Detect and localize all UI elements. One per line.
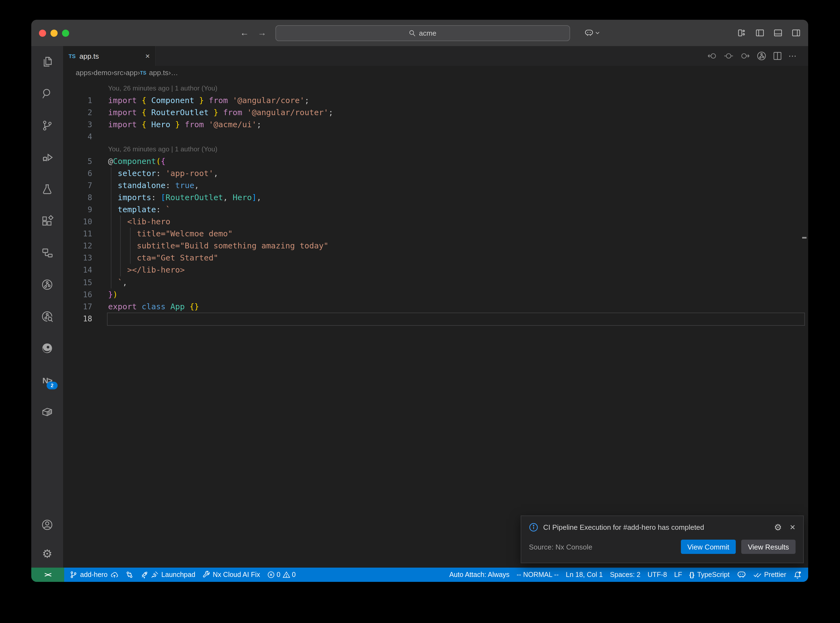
breadcrumb-item[interactable]: apps [76, 69, 91, 77]
editor-actions: ⋯ [707, 46, 808, 66]
toggle-panel-icon[interactable] [774, 29, 782, 37]
breadcrumb-item[interactable]: demo [94, 69, 111, 77]
code-line[interactable]: 18 [63, 313, 808, 325]
launchpad-status[interactable]: Launchpad [140, 571, 195, 578]
traffic-lights [31, 29, 69, 37]
vim-mode-status[interactable]: -- NORMAL -- [517, 571, 559, 578]
copilot-menu-button[interactable] [584, 29, 599, 37]
breadcrumb-item[interactable]: src [114, 69, 123, 77]
code-line[interactable]: 1import { Component } from '@angular/cor… [63, 94, 808, 106]
back-icon[interactable]: ← [240, 29, 249, 37]
breadcrumb-separator-icon: › [111, 69, 114, 77]
sidebar-item-containers[interactable] [31, 396, 63, 428]
customize-layout-icon[interactable] [737, 29, 746, 37]
code-line[interactable]: 7 standalone: true, [63, 180, 808, 192]
code-line[interactable]: 11 title="Welcmoe demo" [63, 228, 808, 239]
code-line[interactable]: 13 cta="Get Started" [63, 252, 808, 264]
code-line[interactable]: 4 [63, 131, 808, 143]
more-actions-icon[interactable]: ⋯ [788, 51, 797, 61]
toggle-secondary-sidebar-icon[interactable] [792, 29, 800, 37]
notification-close-icon[interactable]: ✕ [789, 524, 795, 531]
breadcrumb-separator-icon: › [91, 69, 94, 77]
line-number: 6 [63, 169, 92, 177]
code-line[interactable]: 15 `, [63, 276, 808, 288]
copilot-status[interactable] [737, 571, 746, 578]
language-mode-status[interactable]: {} TypeScript [690, 571, 730, 578]
close-window-button[interactable] [39, 29, 46, 37]
minimize-window-button[interactable] [51, 29, 58, 37]
notification-toast: CI Pipeline Execution for #add-hero has … [521, 516, 804, 563]
notification-title: CI Pipeline Execution for #add-hero has … [543, 523, 769, 531]
code-editor[interactable]: You, 26 minutes ago | 1 author (You)1imp… [63, 80, 808, 568]
sidebar-item-search[interactable] [31, 78, 63, 110]
breadcrumb-item[interactable]: TSapp.ts [140, 69, 169, 77]
line-number: 10 [63, 217, 92, 226]
chevron-down-icon [595, 31, 599, 35]
tab-app-ts[interactable]: TS app.ts × [63, 46, 156, 66]
screen: ← → acme [0, 0, 840, 623]
code-line[interactable]: 9 template: ` [63, 204, 808, 216]
view-commit-button[interactable]: View Commit [681, 540, 736, 554]
sidebar-item-run-debug[interactable] [31, 141, 63, 173]
sidebar-item-gitlens-inspect[interactable] [31, 301, 63, 332]
warning-icon [283, 571, 290, 578]
cursor-position-status[interactable]: Ln 18, Col 1 [566, 571, 603, 578]
code-line[interactable]: 10 <lib-hero [63, 216, 808, 228]
code-line[interactable]: 16}) [63, 288, 808, 300]
sidebar-item-source-control[interactable] [31, 110, 63, 141]
line-number: 16 [63, 290, 92, 299]
code-line[interactable]: 8 imports: [RouterOutlet, Hero], [63, 192, 808, 204]
notifications-status[interactable] [793, 571, 802, 579]
code-line[interactable]: 3import { Hero } from '@acme/ui'; [63, 119, 808, 131]
vscode-window: ← → acme [31, 20, 808, 582]
breadcrumb-item[interactable]: app [126, 69, 137, 77]
close-tab-icon[interactable]: × [145, 52, 150, 60]
code-line[interactable]: 17export class App {} [63, 300, 808, 312]
previous-change-icon[interactable] [707, 52, 717, 60]
command-center-search[interactable]: acme [275, 25, 570, 41]
project-graph-icon [41, 246, 54, 259]
forward-icon[interactable]: → [258, 29, 266, 37]
notification-settings-icon[interactable]: ⚙ [774, 523, 782, 532]
nx-cloud-status[interactable]: Nx Cloud AI Fix [203, 571, 260, 578]
sidebar-item-testing[interactable] [31, 173, 63, 205]
gitlens-icon [41, 278, 54, 291]
sidebar-item-browser-swirl[interactable] [31, 332, 63, 364]
problems-status[interactable]: 0 0 [267, 571, 296, 578]
code-line[interactable]: 12 subtitle="Build something amazing tod… [63, 239, 808, 252]
git-compare-icon [126, 571, 133, 578]
line-number: 9 [63, 205, 92, 214]
sidebar-item-extensions[interactable] [31, 205, 63, 237]
sidebar-item-explorer[interactable] [31, 46, 63, 78]
code-line[interactable]: 5@Component({ [63, 155, 808, 167]
toggle-primary-sidebar-icon[interactable] [756, 29, 764, 37]
view-results-button[interactable]: View Results [741, 540, 795, 554]
zoom-window-button[interactable] [62, 29, 69, 37]
changes-icon[interactable] [724, 52, 734, 60]
next-change-icon[interactable] [740, 52, 750, 60]
commit-graph-icon[interactable] [757, 51, 766, 61]
browser-swirl-icon [41, 342, 54, 355]
code-line[interactable]: 2import { RouterOutlet } from '@angular/… [63, 106, 808, 118]
split-editor-icon[interactable] [773, 52, 782, 60]
line-number: 15 [63, 278, 92, 287]
sidebar-item-settings[interactable]: ⚙ [31, 539, 63, 568]
code-line[interactable]: 6 selector: 'app-root', [63, 167, 808, 179]
remote-indicator[interactable]: >< [31, 568, 64, 582]
eol-status[interactable]: LF [674, 571, 682, 578]
formatter-status[interactable]: Prettier [753, 571, 786, 578]
overview-ruler-cursor-mark [802, 237, 806, 239]
auto-attach-status[interactable]: Auto Attach: Always [449, 571, 510, 578]
bell-dot-icon [793, 571, 802, 579]
git-compare-status[interactable] [126, 571, 133, 578]
sidebar-item-nx-console[interactable]: N> 2 [31, 364, 63, 396]
breadcrumb-separator-icon: › [123, 69, 126, 77]
encoding-status[interactable]: UTF-8 [648, 571, 667, 578]
sidebar-item-project-graph[interactable] [31, 237, 63, 269]
sidebar-item-gitlens[interactable] [31, 269, 63, 301]
indentation-status[interactable]: Spaces: 2 [610, 571, 640, 578]
code-line[interactable]: 14 ></lib-hero> [63, 264, 808, 276]
breadcrumb-item[interactable]: … [171, 69, 178, 77]
sidebar-item-accounts[interactable] [31, 511, 63, 539]
git-branch-status[interactable]: add-hero [70, 571, 118, 578]
